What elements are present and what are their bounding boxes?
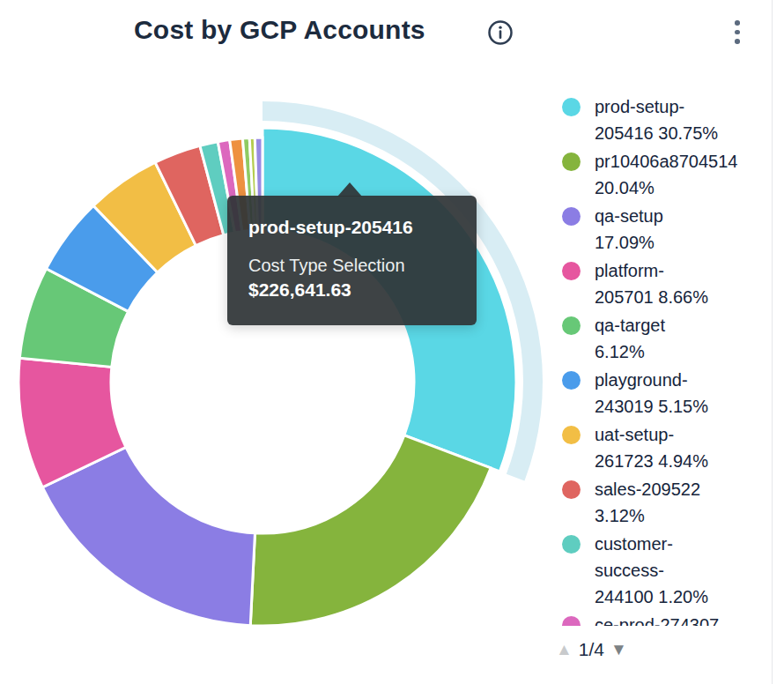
legend-item[interactable]: platform-205701 8.66% <box>562 257 763 310</box>
legend-label: qa-target 6.12% <box>595 312 720 365</box>
legend-item[interactable]: qa-target 6.12% <box>562 312 763 365</box>
legend-label: customer-success-244100 1.20% <box>595 531 720 610</box>
cost-widget-card: Cost by GCP Accounts prod-setup-205416 3… <box>0 0 773 684</box>
legend-item[interactable]: customer-success-244100 1.20% <box>562 531 763 610</box>
legend-label: sales-209522 3.12% <box>595 476 720 529</box>
legend-dot-icon <box>562 262 581 280</box>
legend-page-indicator: 1/4 <box>579 639 604 660</box>
tooltip-arrow-icon <box>337 182 362 197</box>
legend-pagination: ▲ 1/4 ▼ <box>556 639 627 660</box>
legend-dot-icon <box>562 152 581 171</box>
chart-tooltip: prod-setup-205416 Cost Type Selection $2… <box>227 196 477 325</box>
legend-label: uat-setup-261723 4.94% <box>595 421 720 474</box>
legend-item[interactable]: uat-setup-261723 4.94% <box>562 421 763 474</box>
chart-legend: prod-setup-205416 30.75%pr10406a8704514 … <box>562 93 763 626</box>
tooltip-value: $226,641.63 <box>248 278 455 302</box>
legend-dot-icon <box>562 98 581 116</box>
legend-item[interactable]: qa-setup 17.09% <box>562 203 763 256</box>
legend-item[interactable]: prod-setup-205416 30.75% <box>562 93 763 146</box>
legend-dot-icon <box>562 535 581 554</box>
legend-label: qa-setup 17.09% <box>595 203 720 256</box>
tooltip-title: prod-setup-205416 <box>248 217 455 238</box>
pie-slice-qa-setup[interactable] <box>42 447 255 625</box>
tooltip-metric-label: Cost Type Selection <box>248 254 455 278</box>
legend-page-up-button[interactable]: ▲ <box>556 640 573 659</box>
legend-item[interactable]: sales-209522 3.12% <box>562 476 763 529</box>
legend-item[interactable]: pr10406a8704514 20.04% <box>562 148 763 201</box>
legend-dot-icon <box>562 480 581 499</box>
legend-dot-icon <box>562 371 581 390</box>
legend-label: prod-setup-205416 30.75% <box>595 93 720 146</box>
legend-page-down-button[interactable]: ▼ <box>610 640 627 659</box>
legend-dot-icon <box>562 207 581 226</box>
legend-label: pr10406a8704514 20.04% <box>595 148 720 201</box>
legend-dot-icon <box>562 426 581 444</box>
legend-item[interactable]: playground-243019 5.15% <box>562 367 763 420</box>
legend-label: platform-205701 8.66% <box>595 257 720 310</box>
legend-label: playground-243019 5.15% <box>595 367 720 420</box>
legend-dot-icon <box>562 616 581 626</box>
pie-slice-pr10406a8704514[interactable] <box>250 435 491 626</box>
legend-item[interactable]: ce-prod-274307 0.78% <box>562 612 763 626</box>
legend-dot-icon <box>562 316 581 335</box>
legend-label: ce-prod-274307 0.78% <box>595 612 720 626</box>
